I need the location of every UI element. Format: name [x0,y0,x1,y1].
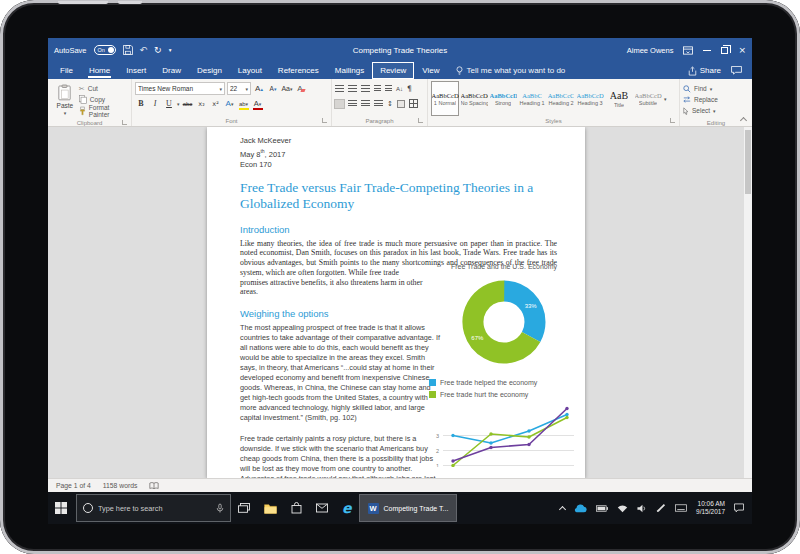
onedrive-cloud-icon[interactable] [574,504,587,513]
share-button[interactable]: Share [688,66,721,76]
tab-references[interactable]: References [270,62,327,79]
donut-chart[interactable]: 33%67% [461,279,547,365]
select-button[interactable]: Select▾ [683,105,749,116]
tab-insert[interactable]: Insert [118,62,154,79]
font-family-combo[interactable]: Times New Roman ▾ [135,82,225,95]
sort-icon[interactable]: A↓ [396,86,403,92]
style-heading-1[interactable]: AaBbCHeading 1 [518,81,546,116]
comments-icon[interactable] [731,66,742,75]
justify-button[interactable] [374,100,383,108]
highlight-button[interactable]: ab▾ [238,97,250,110]
task-view-button[interactable] [231,492,257,524]
microphone-icon[interactable] [216,503,224,514]
redo-icon[interactable]: ↻ [154,45,162,55]
ribbon-display-options-icon[interactable] [683,46,693,55]
tab-review[interactable]: Review [372,62,414,79]
tab-mailings[interactable]: Mailings [327,62,372,79]
tab-design[interactable]: Design [189,62,230,79]
line-chart[interactable]: 123 [429,403,579,467]
cut-button[interactable]: ✂ Cut [79,83,128,94]
tray-chevron-up-icon[interactable] [559,505,566,512]
paragraph-dialog-launcher-icon[interactable] [418,118,423,123]
strikethrough-button[interactable]: abc [182,97,194,110]
tab-view[interactable]: View [414,62,447,79]
align-center-button[interactable] [348,100,357,108]
clipboard-dialog-launcher-icon[interactable] [122,120,127,125]
restore-window-icon[interactable] [721,47,728,54]
styles-more-caret-icon[interactable]: ▾ [662,81,669,116]
underline-caret-icon[interactable]: ▾ [177,101,180,107]
undo-icon[interactable]: ↶ [140,45,148,55]
volume-icon[interactable] [637,504,647,513]
find-button[interactable]: Find▾ [683,83,749,94]
decrease-indent-icon[interactable] [374,85,381,93]
save-icon[interactable] [123,45,133,55]
document-page[interactable]: Jack McKeever May 8th, 2017 Econ 170 Fre… [207,127,585,478]
clear-formatting-button[interactable]: A [295,82,307,95]
taskbar-clock[interactable]: 10:06 AM 9/15/2017 [696,500,725,516]
tab-home[interactable]: Home [81,62,118,79]
style-strong[interactable]: AaBbCcDStrong [489,81,517,116]
battery-icon[interactable] [596,505,608,512]
subscript-button[interactable]: x₂ [196,97,208,110]
style-no-spacing[interactable]: AaBbCcDdNo Spacing [460,81,488,116]
style-subtitle[interactable]: AaBbCcDSubtitle [634,81,662,116]
shading-icon[interactable] [397,100,405,108]
paste-button[interactable]: Paste ▾ [51,81,79,118]
scrollbar-thumb[interactable] [745,130,751,194]
style-heading-3[interactable]: AaBbCcDHeading 3 [576,81,604,116]
start-button[interactable] [48,492,74,524]
grow-font-button[interactable]: A▴ [253,82,265,95]
style-heading-2[interactable]: AaBbCcCHeading 2 [547,81,575,116]
search-input[interactable]: Type here to search [76,494,231,522]
tell-me-box[interactable]: Tell me what you want to do [448,62,566,79]
underline-button[interactable]: U [163,97,175,110]
tab-layout[interactable]: Layout [230,62,270,79]
select-cursor-icon [683,107,689,115]
store-button[interactable] [284,492,309,524]
file-explorer-button[interactable] [257,492,284,524]
action-center-icon[interactable] [734,503,744,513]
style-title[interactable]: AaBTitle [605,81,633,116]
line-spacing-icon[interactable]: ↕ [387,100,393,108]
mail-button[interactable] [309,492,335,524]
page-indicator[interactable]: Page 1 of 4 [56,482,91,489]
font-size-combo[interactable]: 22 ▾ [227,82,251,95]
bullets-icon[interactable] [335,85,344,93]
text-effects-button[interactable]: A▾ [224,97,236,110]
wifi-icon[interactable] [617,504,628,513]
tab-file[interactable]: File [52,62,81,79]
close-icon[interactable]: × [738,46,746,55]
font-dialog-launcher-icon[interactable] [322,118,327,123]
touch-keyboard-icon[interactable] [675,504,687,512]
replace-button[interactable]: Replace [683,94,749,105]
embedded-charts[interactable]: Free Trade and the U.S. Economy 33%67% F… [429,263,579,467]
customize-qat-caret-icon[interactable]: ▾ [169,47,172,53]
bold-button[interactable]: B [135,97,147,110]
numbering-icon[interactable] [348,85,357,93]
change-case-button[interactable]: Aa▾ [281,82,293,95]
superscript-button[interactable]: x² [210,97,222,110]
tab-draw[interactable]: Draw [154,62,189,79]
autosave-toggle[interactable]: On [94,45,116,55]
style-1-normal[interactable]: AaBbCcDd1 Normal [431,81,459,116]
word-count[interactable]: 1158 words [103,482,138,489]
align-right-button[interactable] [361,100,370,108]
styles-dialog-launcher-icon[interactable] [670,118,675,123]
pilcrow-icon[interactable]: ¶ [407,84,412,93]
taskbar-active-word-task[interactable]: W Competing Trade T... [359,494,458,522]
document-scrollbar[interactable] [744,127,752,478]
proofing-check-icon[interactable] [149,482,159,490]
align-left-button[interactable] [335,100,344,108]
multilevel-list-icon[interactable] [361,85,370,93]
shrink-font-button[interactable]: A▾ [267,82,279,95]
font-color-button[interactable]: A▾ [252,97,264,110]
edge-browser-button[interactable]: e [335,492,359,524]
increase-indent-icon[interactable] [385,85,392,93]
italic-button[interactable]: I [149,97,161,110]
user-account[interactable]: Aimee Owens [627,46,674,55]
minimize-icon[interactable] [703,50,711,51]
borders-icon[interactable] [409,99,418,108]
pen-icon[interactable] [656,503,666,513]
format-painter-button[interactable]: Format Painter [79,105,128,116]
